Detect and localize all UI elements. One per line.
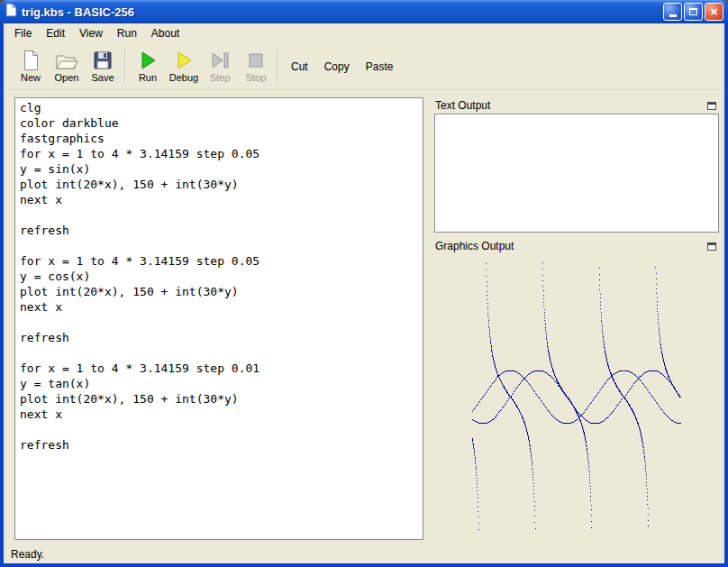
graphics-output-header[interactable]: Graphics Output bbox=[434, 238, 719, 254]
float-window-icon bbox=[707, 240, 716, 253]
step-icon bbox=[209, 50, 231, 71]
graphics-output-float-button[interactable] bbox=[705, 240, 718, 252]
stop-button-label: Stop bbox=[246, 72, 267, 83]
save-button-label: Save bbox=[91, 72, 114, 83]
status-text: Ready. bbox=[11, 548, 44, 561]
close-icon: ✕ bbox=[710, 6, 718, 18]
cut-button[interactable]: Cut bbox=[291, 60, 308, 73]
window-body: File Edit View Run About New Open bbox=[4, 23, 724, 563]
step-button: Step bbox=[202, 50, 238, 83]
maximize-icon bbox=[689, 8, 697, 15]
window-title: trig.kbs - BASIC-256 bbox=[22, 5, 659, 19]
menu-view[interactable]: View bbox=[72, 25, 110, 41]
new-file-icon bbox=[22, 50, 40, 71]
graphics-output-area bbox=[434, 254, 719, 540]
menu-about[interactable]: About bbox=[144, 25, 187, 41]
run-play-icon bbox=[138, 50, 158, 71]
save-button[interactable]: Save bbox=[85, 50, 121, 83]
minimize-button[interactable] bbox=[663, 3, 682, 21]
float-window-icon bbox=[707, 99, 716, 113]
new-button-label: New bbox=[21, 72, 41, 83]
app-icon bbox=[5, 3, 17, 21]
run-button-label: Run bbox=[139, 72, 157, 83]
text-output-header[interactable]: Text Output bbox=[434, 97, 719, 114]
debug-button-label: Debug bbox=[169, 72, 198, 83]
toolbar-separator bbox=[124, 49, 126, 85]
open-folder-icon bbox=[55, 50, 78, 71]
menu-bar: File Edit View Run About bbox=[4, 23, 724, 43]
minimize-icon bbox=[669, 14, 677, 17]
text-output-float-button[interactable] bbox=[705, 99, 718, 112]
open-button-label: Open bbox=[55, 72, 79, 83]
step-button-label: Step bbox=[210, 72, 231, 83]
menu-file[interactable]: File bbox=[7, 25, 39, 41]
close-button[interactable]: ✕ bbox=[705, 3, 723, 21]
stop-icon bbox=[245, 50, 267, 71]
menu-run[interactable]: Run bbox=[110, 25, 144, 41]
toolbar-separator bbox=[278, 49, 279, 85]
debug-play-icon bbox=[174, 50, 194, 71]
new-button[interactable]: New bbox=[13, 50, 49, 83]
app-window: trig.kbs - BASIC-256 ✕ File Edit View Ru… bbox=[0, 0, 728, 567]
code-editor[interactable]: clg color darkblue fastgraphics for x = … bbox=[14, 97, 423, 540]
toolbar: New Open Save Run bbox=[4, 43, 724, 90]
graphics-output-title: Graphics Output bbox=[435, 240, 514, 252]
save-floppy-icon bbox=[93, 50, 113, 71]
text-output-title: Text Output bbox=[435, 99, 490, 112]
copy-button[interactable]: Copy bbox=[324, 60, 350, 73]
graphics-canvas bbox=[454, 261, 719, 532]
run-button[interactable]: Run bbox=[130, 50, 166, 83]
stop-button: Stop bbox=[238, 50, 274, 83]
title-bar[interactable]: trig.kbs - BASIC-256 ✕ bbox=[0, 0, 728, 23]
open-button[interactable]: Open bbox=[49, 50, 85, 83]
debug-button[interactable]: Debug bbox=[166, 50, 202, 83]
menu-edit[interactable]: Edit bbox=[39, 25, 72, 41]
main-area: clg color darkblue fastgraphics for x = … bbox=[4, 90, 724, 545]
maximize-button[interactable] bbox=[684, 3, 703, 21]
status-bar: Ready. bbox=[4, 545, 724, 563]
text-output-area[interactable] bbox=[434, 114, 719, 233]
paste-button[interactable]: Paste bbox=[366, 60, 394, 73]
output-panels: Text Output Graphics Output bbox=[434, 97, 719, 540]
